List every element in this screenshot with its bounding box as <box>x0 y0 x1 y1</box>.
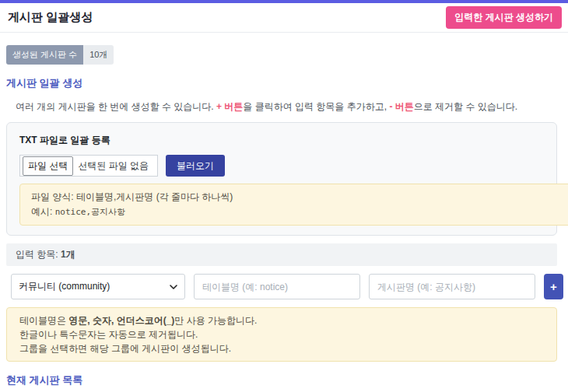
board-input-row: 커뮤니티 (community) + <box>11 274 563 299</box>
page-title: 게시판 일괄생성 <box>8 10 93 25</box>
page-header: 게시판 일괄생성 입력한 게시판 생성하기 <box>0 3 568 33</box>
txt-upload-section: TXT 파일로 일괄 등록 파일 선택 선택된 파일 없음 불러오기 파일 양식… <box>6 122 557 236</box>
file-format-line2: 예시: notice,공지사항 <box>31 205 568 219</box>
description-part3: 으로 제거할 수 있습니다. <box>414 101 517 112</box>
description-part1: 여러 개의 게시판을 한 번에 생성할 수 있습니다. <box>16 101 216 112</box>
minus-button-mention: - 버튼 <box>389 101 413 112</box>
file-example-code: notice,공지사항 <box>55 207 125 217</box>
created-count-value: 10개 <box>83 45 114 65</box>
rules-line1-post: 만 사용 가능합니다. <box>174 315 257 326</box>
load-file-button[interactable]: 불러오기 <box>166 155 225 177</box>
file-example-label: 예시: <box>31 206 55 217</box>
table-name-input[interactable] <box>194 274 360 299</box>
created-count-badge: 생성된 게시판 수 10개 <box>6 45 114 65</box>
chevron-down-icon <box>170 283 177 291</box>
txt-upload-title: TXT 파일로 일괄 등록 <box>19 134 544 147</box>
file-upload-row: 파일 선택 선택된 파일 없음 불러오기 <box>19 155 544 177</box>
board-name-input[interactable] <box>369 274 535 299</box>
file-status-text: 선택된 파일 없음 <box>78 159 149 173</box>
file-format-notice: 파일 양식: 테이블명,게시판명 (각 줄마다 하나씩) 예시: notice,… <box>19 184 568 226</box>
group-select-value: 커뮤니티 (community) <box>19 280 110 293</box>
rules-line1-pre: 테이블명은 <box>19 315 68 326</box>
add-row-button[interactable]: + <box>544 274 563 299</box>
file-select-button[interactable]: 파일 선택 <box>23 156 73 176</box>
main-content: 생성된 게시판 수 10개 게시판 일괄 생성 여러 개의 게시판을 한 번에 … <box>0 33 568 392</box>
plus-button-mention: + 버튼 <box>216 101 243 112</box>
bulk-create-description: 여러 개의 게시판을 한 번에 생성할 수 있습니다. + 버튼을 클릭하여 입… <box>16 100 562 113</box>
current-boards-heading: 현재 게시판 목록 <box>6 373 562 387</box>
group-select[interactable]: 커뮤니티 (community) <box>11 274 185 299</box>
description-part2: 을 클릭하여 입력 항목을 추가하고, <box>243 101 389 112</box>
file-format-line1: 파일 양식: 테이블명,게시판명 (각 줄마다 하나씩) <box>31 190 568 205</box>
rules-line1-bold: 영문, 숫자, 언더스코어(_) <box>68 315 174 326</box>
create-boards-button[interactable]: 입력한 게시판 생성하기 <box>446 6 562 29</box>
rules-line1: 테이블명은 영문, 숫자, 언더스코어(_)만 사용 가능합니다. <box>19 313 544 327</box>
created-count-label: 생성된 게시판 수 <box>6 45 83 65</box>
rules-line3: 그룹을 선택하면 해당 그룹에 게시판이 생성됩니다. <box>19 341 544 355</box>
rules-line2: 한글이나 특수문자는 자동으로 제거됩니다. <box>19 327 544 341</box>
input-count-label: 입력 항목: <box>16 249 61 260</box>
file-input[interactable]: 파일 선택 선택된 파일 없음 <box>19 155 158 177</box>
table-name-rules-notice: 테이블명은 영문, 숫자, 언더스코어(_)만 사용 가능합니다. 한글이나 특… <box>6 307 557 362</box>
input-count-value: 1개 <box>61 249 75 260</box>
bulk-create-heading: 게시판 일괄 생성 <box>6 76 562 90</box>
input-count-bar: 입력 항목: 1개 <box>6 243 557 266</box>
